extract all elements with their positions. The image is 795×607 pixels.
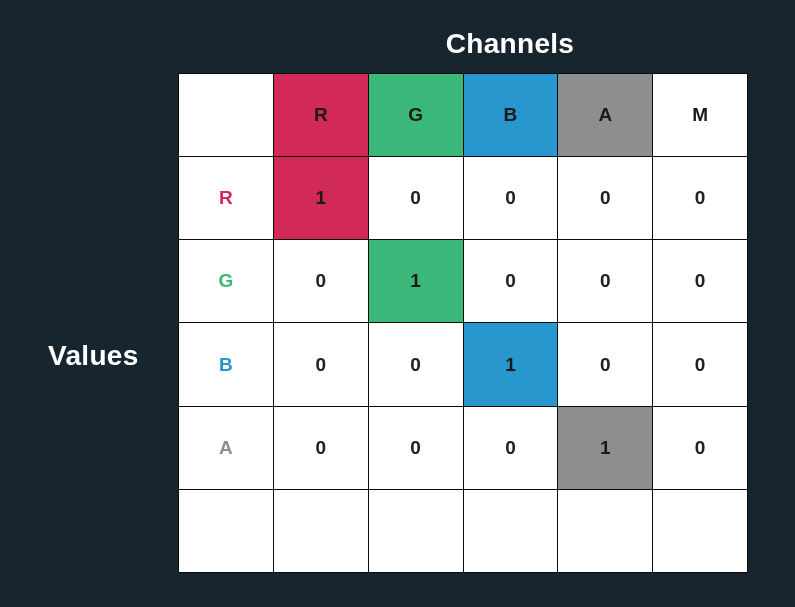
col-header-r: R	[273, 73, 368, 156]
cell-g-m: 0	[652, 239, 747, 322]
cell-a-m: 0	[652, 406, 747, 489]
values-title: Values	[48, 340, 139, 372]
cell-g-b: 0	[463, 239, 558, 322]
row-label-r: R	[178, 156, 273, 239]
footer-cell-5	[652, 489, 747, 572]
corner-cell	[178, 73, 273, 156]
footer-cell-4	[557, 489, 652, 572]
cell-a-r: 0	[273, 406, 368, 489]
footer-cell-0	[178, 489, 273, 572]
col-header-a: A	[557, 73, 652, 156]
cell-r-b: 0	[463, 156, 558, 239]
cell-b-m: 0	[652, 322, 747, 405]
row-label-b: B	[178, 322, 273, 405]
cell-a-b: 0	[463, 406, 558, 489]
cell-r-m: 0	[652, 156, 747, 239]
cell-a-a: 1	[557, 406, 652, 489]
col-header-m: M	[652, 73, 747, 156]
cell-g-r: 0	[273, 239, 368, 322]
cell-r-a: 0	[557, 156, 652, 239]
cell-b-r: 0	[273, 322, 368, 405]
cell-g-a: 0	[557, 239, 652, 322]
row-label-g: G	[178, 239, 273, 322]
diagram-stage: Channels Values R G B A M R 1 0 0 0 0 G …	[0, 0, 795, 607]
footer-cell-3	[463, 489, 558, 572]
footer-cell-2	[368, 489, 463, 572]
col-header-g: G	[368, 73, 463, 156]
row-label-a: A	[178, 406, 273, 489]
cell-b-a: 0	[557, 322, 652, 405]
cell-r-r: 1	[273, 156, 368, 239]
col-header-b: B	[463, 73, 558, 156]
cell-b-b: 1	[463, 322, 558, 405]
cell-a-g: 0	[368, 406, 463, 489]
channels-title: Channels	[350, 28, 670, 60]
color-matrix: R G B A M R 1 0 0 0 0 G 0 1 0 0 0 B 0 0 …	[178, 73, 748, 573]
footer-cell-1	[273, 489, 368, 572]
cell-b-g: 0	[368, 322, 463, 405]
cell-r-g: 0	[368, 156, 463, 239]
cell-g-g: 1	[368, 239, 463, 322]
